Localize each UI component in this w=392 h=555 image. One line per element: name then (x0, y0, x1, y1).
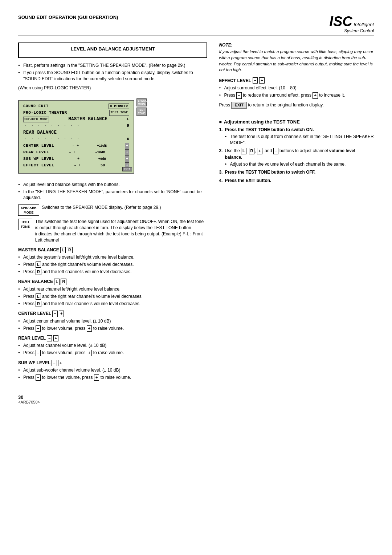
list-item: Press R and the left channel's volume le… (18, 269, 207, 275)
list-item: Adjust rear channel volume level. (± 10 … (18, 343, 207, 349)
after-lcd-bullets: Adjust level and balance settings with t… (18, 182, 207, 201)
lcd-row-sub-wf-level: SUB WF LEVEL – + +6dB + (23, 156, 129, 162)
lcd-row-pro-logic: PRO-LOGIC THEATER TEST TONE (23, 110, 129, 116)
divider (219, 114, 374, 114)
list-item: Adjust level and balance settings with t… (18, 182, 207, 188)
speaker-mode-section: SPEAKERMODE Switches to the SPEAKER MODE… (18, 204, 207, 216)
rear-level-bullets: Adjust rear channel volume level. (± 10 … (18, 343, 207, 356)
lcd-header-row: SOUND EDIT ⊕ PIONEER (23, 104, 129, 109)
list-item: 2. Use the L, R, +, and – buttons to adj… (219, 148, 374, 167)
test-tone-section: TESTTONE This switches the test tone sig… (18, 219, 207, 243)
list-item: If you press the SOUND EDIT button on a … (18, 70, 207, 82)
list-item: Press – to lower the volume, press + to … (18, 374, 207, 381)
right-column: NOTE: If you adjust the level to match a… (219, 42, 374, 384)
sub-wf-level-heading: SUB WF LEVEL – + (18, 360, 207, 366)
list-item: Adjust rear channel left/right volume le… (18, 286, 207, 292)
list-item: 3. Press the TEST TONE button to switch … (219, 169, 374, 175)
center-level-heading: CENTER LEVEL – + (18, 311, 207, 317)
lcd-row-rear-level: REAR LEVEL – + –10dB + (23, 149, 129, 156)
intro-bullets: First, perform settings in the "SETTING … (18, 62, 207, 82)
rear-balance-bullets: Adjust rear channel left/right volume le… (18, 286, 207, 307)
list-item: Adjust center channel volume level. (± 1… (18, 318, 207, 324)
list-item: First, perform settings in the "SETTING … (18, 62, 207, 69)
lcd-row-master-balance: SPEAKER MODE MASTER BALANCE L (23, 116, 129, 123)
effect-level-heading: EFFECT LEVEL – + (219, 77, 374, 84)
section-title: SOUND EDIT OPERATION (GUI OPERATION) (18, 15, 118, 20)
brand-logo: ISC Intelligent System Control (329, 15, 374, 33)
exit-press-text: Press EXIT to return to the original fun… (219, 102, 374, 109)
level-balance-box: LEVEL AND BALANCE ADJUSTMENT (18, 42, 207, 58)
speaker-mode-label-box: SPEAKERMODE (18, 204, 39, 216)
lcd-row-dots2: · · · · · · · · · R (23, 136, 129, 143)
master-balance-heading: MASTER BALANCE L R (18, 247, 207, 253)
list-item: Adjust sub-woofer channel volume level. … (18, 367, 207, 373)
lcd-row-center-level: CENTER LEVEL – + +10dB + (23, 143, 129, 149)
page-header: SOUND EDIT OPERATION (GUI OPERATION) ISC… (18, 15, 374, 36)
list-item: 1. Press the TEST TONE button to switch … (219, 127, 374, 146)
list-item: In the "SETTING THE SPEAKER MODE", param… (18, 189, 207, 201)
list-item: 4. Press the EXIT button. (219, 178, 374, 184)
lcd-row-rear-balance: REAR BALANCE (23, 129, 129, 136)
rear-balance-heading: REAR BALANCE L R (18, 279, 207, 285)
page-wrapper: SOUND EDIT OPERATION (GUI OPERATION) ISC… (18, 15, 374, 404)
test-tone-label-box: TESTTONE (18, 219, 32, 230)
rear-level-heading: REAR LEVEL – + (18, 335, 207, 341)
adjustment-heading: Adjustment using the TEST TONE (219, 119, 374, 125)
main-content: LEVEL AND BALANCE ADJUSTMENT First, perf… (18, 42, 374, 384)
list-item: Adjust the system's overall left/right v… (18, 254, 207, 260)
list-item: Press – to lower volume, press + to rais… (18, 350, 207, 356)
lcd-row-dots1: · · · · · · · · · R (23, 123, 129, 129)
sub-wf-bullets: Adjust sub-woofer channel volume level. … (18, 367, 207, 381)
list-item: Press – to lower volume, press + to rais… (18, 325, 207, 332)
effect-level-bullets: Adjust surround effect level. (10 – 80) … (219, 85, 374, 98)
list-item: Press L and the right channel's volume l… (18, 262, 207, 268)
list-item: Press L and the right rear channel's vol… (18, 293, 207, 300)
speaker-mode-button[interactable]: SPEAKERMODE (136, 98, 147, 107)
list-item: Adjust surround effect level. (10 – 80) (219, 85, 374, 91)
left-column: LEVEL AND BALANCE ADJUSTMENT First, perf… (18, 42, 207, 384)
test-tone-button[interactable]: TESTTONE (136, 108, 147, 116)
lcd-display-wrapper: SOUND EDIT ⊕ PIONEER PRO-LOGIC THEATER T… (18, 96, 134, 177)
note-section: NOTE: If you adjust the level to match a… (219, 42, 374, 73)
list-item: Press R and the left rear channel's volu… (18, 301, 207, 307)
list-item: Press – to reduce the surround effect, p… (219, 92, 374, 98)
center-level-bullets: Adjust center channel volume level. (± 1… (18, 318, 207, 332)
lcd-side-buttons: SPEAKERMODE TESTTONE (136, 98, 147, 116)
master-balance-bullets: Adjust the system's overall left/right v… (18, 254, 207, 275)
page-footer: 30 <ARB7050> (18, 394, 374, 404)
lcd-display: SOUND EDIT ⊕ PIONEER PRO-LOGIC THEATER T… (18, 100, 134, 174)
lcd-row-effect-level: EFFECT LEVEL – + 50 + (23, 162, 129, 169)
adjustment-steps: 1. Press the TEST TONE button to switch … (219, 127, 374, 184)
